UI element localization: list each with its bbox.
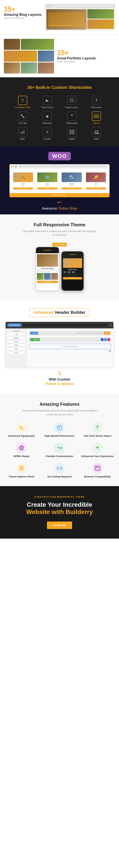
- sidebar-item-phone[interactable]: Phone: [7, 351, 25, 354]
- cursor-icon: ↗: [109, 349, 111, 353]
- builder-toolbar: ADD PRESET ⚙: [6, 322, 113, 329]
- portfolio-grid: [4, 39, 54, 73]
- blog-section: 15+ Amazing Blog Layouts. Start Your Blo…: [0, 0, 119, 35]
- sidebar-item-search[interactable]: Search: [7, 340, 25, 343]
- feature-label: High-Speed Performance: [44, 434, 74, 438]
- svg-text:a: a: [22, 428, 23, 430]
- shortcode-image-layers: ⬛ Image Layers: [61, 96, 83, 108]
- svg-rect-3: [97, 116, 99, 118]
- feature-wpml: WPML Ready: [4, 442, 39, 458]
- svg-point-33: [96, 466, 96, 467]
- sidebar-item-button[interactable]: Button: [7, 344, 25, 347]
- sidebar-item-logo[interactable]: Logo: [7, 333, 25, 336]
- svg-rect-5: [22, 131, 23, 134]
- toolbar-spacer: [23, 323, 108, 327]
- woo-section: WOO 🔨 Drill $89 Add to Cart ⚙️ Saw: [0, 146, 119, 214]
- curved-arrow-icon: ↙: [56, 368, 63, 377]
- product-img: 🔨: [13, 173, 33, 182]
- portfolio-title: Great Portfolio Layouts.: [57, 56, 115, 60]
- woo-product: 🔑 Kit $67 Add to Cart: [85, 171, 108, 191]
- portfolio-section: 15+ Great Portfolio Layouts. Show Your W…: [0, 35, 119, 77]
- feature-label: One Click Demo Import: [84, 434, 112, 438]
- show-me-button[interactable]: SHOW ME: [47, 522, 72, 529]
- svg-rect-36: [96, 468, 99, 470]
- phone-header: BUILDERRY: [36, 247, 59, 253]
- blog-subtitle: Start Your Blog Now: [4, 17, 42, 20]
- sidebar-item-nav[interactable]: Navigation: [7, 337, 25, 339]
- svg-point-17: [96, 428, 97, 430]
- product-name: Wrench: [62, 183, 82, 185]
- add-preset-button[interactable]: ADD PRESET: [7, 323, 21, 327]
- portfolio-cell: [38, 51, 54, 62]
- shortcode-label: Showcase: [42, 122, 52, 124]
- phone-text-line: [37, 272, 49, 272]
- sidebar-item-social[interactable]: Social: [7, 347, 25, 350]
- svg-point-16: [59, 427, 60, 428]
- builder-title-accent: Advanced: [33, 310, 54, 315]
- window-dot-yellow: [13, 166, 15, 167]
- product-name: Kit: [86, 183, 106, 185]
- typography-icon: A a: [16, 422, 27, 433]
- blog-mockup: [45, 4, 115, 31]
- phone-text-line: [37, 271, 54, 271]
- woo-products-grid: 🔨 Drill $89 Add to Cart ⚙️ Saw $129 Add …: [9, 169, 110, 193]
- shortcode-label: Team: [94, 138, 99, 140]
- skills-icon: [18, 127, 27, 136]
- woo-product: ⚙️ Saw $129 Add to Cart: [36, 171, 59, 191]
- phone-grid-img: [44, 273, 51, 280]
- code-icon: [54, 463, 65, 474]
- svg-point-29: [22, 469, 23, 470]
- quote-icon: ❝: [67, 112, 76, 121]
- flex-icon: [54, 442, 65, 453]
- shortcode-counter: # Counter: [36, 127, 59, 140]
- builder-title-wrapper: Advanced Header Builder: [29, 308, 90, 317]
- window-dot-red: [11, 166, 13, 167]
- responsive-title: Full Responsive Theme: [4, 222, 115, 227]
- feature-one-click: One Click Demo Import: [80, 422, 115, 438]
- phone-text-line: [37, 270, 58, 270]
- tool-icon: 🔧: [18, 112, 27, 121]
- phone-logo: BUILDERRY: [44, 249, 51, 251]
- phone-dark-header: BUILDERRY: [62, 252, 83, 257]
- phone-content: Construction Works GET A QUOTE: [36, 253, 59, 284]
- options-icon: [16, 463, 27, 474]
- portfolio-cell: [4, 62, 20, 73]
- countdown-box: 55: [67, 271, 71, 274]
- blog-title: Amazing Blog Layouts.: [4, 13, 42, 17]
- svg-rect-4: [20, 132, 21, 134]
- shortcode-testimonials: ❝ Testimonials: [61, 112, 83, 124]
- builder-subtitle: With Custom Preset & Options: [4, 377, 115, 386]
- gallery-icon: [67, 127, 76, 136]
- cta-title-prefix: Website with: [26, 508, 66, 515]
- video-icon: ▶: [43, 96, 52, 105]
- feature-label: Theme Options Panel: [9, 475, 34, 478]
- browser-icon: [92, 463, 103, 474]
- builder-social-fb: [101, 338, 103, 341]
- builder-body: Elements Logo Navigation Search Button S…: [6, 329, 113, 367]
- clients-icon: [92, 112, 101, 121]
- phone-left: BUILDERRY Construction Works GET A QUOTE: [35, 247, 60, 291]
- phone-grid-img: [37, 273, 44, 280]
- svg-rect-8: [72, 130, 74, 131]
- speed-icon: [54, 422, 65, 433]
- portfolio-right: 15+ Great Portfolio Layouts. Show Your W…: [57, 50, 115, 63]
- svg-point-12: [97, 130, 98, 132]
- svg-rect-2: [94, 116, 96, 118]
- phone-dark-button: EXPLORE: [63, 277, 82, 279]
- phone-dark-line: [63, 275, 82, 275]
- svg-rect-10: [71, 132, 74, 134]
- text-icon: T: [92, 96, 101, 105]
- portfolio-cell: [21, 39, 54, 50]
- woo-logo-badge: WOO: [48, 152, 71, 160]
- shortcode-label: Skills: [20, 138, 25, 140]
- globe-icon: [16, 442, 27, 453]
- phone-dark-logo: BUILDERRY: [69, 254, 76, 255]
- team-icon: [92, 127, 101, 136]
- feature-browser-compat: Browser Compatibility: [80, 463, 115, 478]
- product-price: $67: [86, 185, 106, 187]
- builder-canvas: LOGO CALL 📞 Call Us: [27, 329, 113, 367]
- feature-advanced-typography: A a Advanced Typography: [4, 422, 39, 438]
- shortcode-label: Tool Tips: [18, 122, 27, 124]
- builder-row-1: LOGO CALL: [29, 331, 111, 336]
- builder-cta-block: CALL: [103, 332, 110, 335]
